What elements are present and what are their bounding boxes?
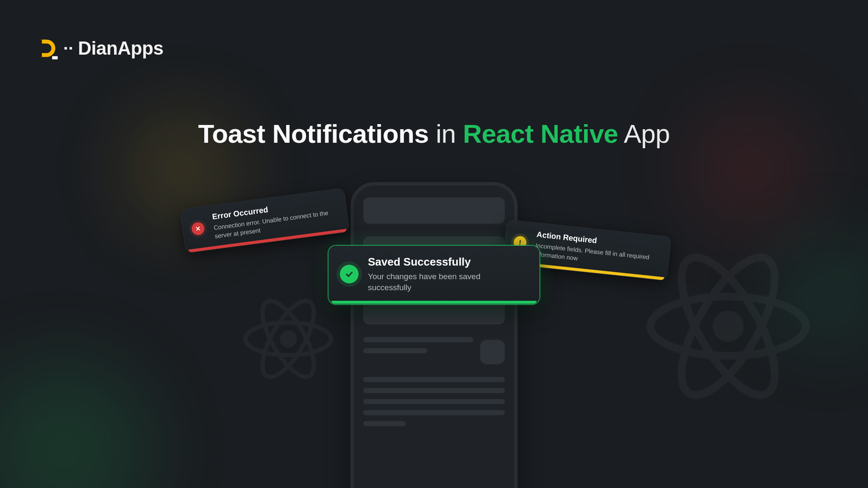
page-title: Toast Notifications in React Native App — [0, 119, 868, 149]
brand-logo: DianApps — [35, 36, 163, 60]
brand-logo-mark-icon — [35, 36, 58, 60]
react-logo-icon — [643, 241, 813, 411]
phone-skeleton-line — [363, 399, 505, 404]
svg-point-2 — [280, 330, 297, 347]
title-segment-3: React Native — [463, 119, 618, 148]
check-icon — [340, 265, 359, 283]
phone-skeleton-paragraph — [363, 377, 505, 426]
brand-logo-separator — [64, 47, 72, 50]
title-segment-2: in — [436, 119, 456, 148]
phone-mockup — [351, 182, 517, 488]
phone-skeleton-line — [363, 388, 505, 393]
toast-success-description: Your changes have been saved successfull… — [368, 271, 512, 293]
phone-skeleton-line — [363, 421, 406, 426]
title-segment-4: App — [624, 119, 670, 148]
phone-skeleton-button — [480, 340, 505, 364]
phone-skeleton-line — [363, 377, 505, 382]
phone-skeleton-line — [363, 348, 427, 353]
phone-skeleton-row — [363, 337, 505, 364]
svg-rect-1 — [52, 56, 58, 59]
phone-skeleton-line — [363, 337, 473, 342]
phone-skeleton-line — [363, 410, 505, 415]
toast-success: Saved Successfully Your changes have bee… — [328, 246, 540, 304]
error-icon — [191, 222, 205, 236]
svg-point-6 — [712, 311, 743, 341]
title-segment-1: Toast Notifications — [198, 119, 429, 148]
svg-point-10 — [519, 244, 520, 245]
svg-rect-0 — [38, 39, 42, 57]
phone-skeleton-header — [363, 197, 505, 224]
react-logo-icon — [242, 292, 335, 385]
bg-glow-green — [0, 361, 153, 488]
toast-error: Error Occurred Connection error. Unable … — [180, 188, 350, 253]
brand-name: DianApps — [78, 38, 163, 59]
toast-success-title: Saved Successfully — [368, 255, 512, 269]
